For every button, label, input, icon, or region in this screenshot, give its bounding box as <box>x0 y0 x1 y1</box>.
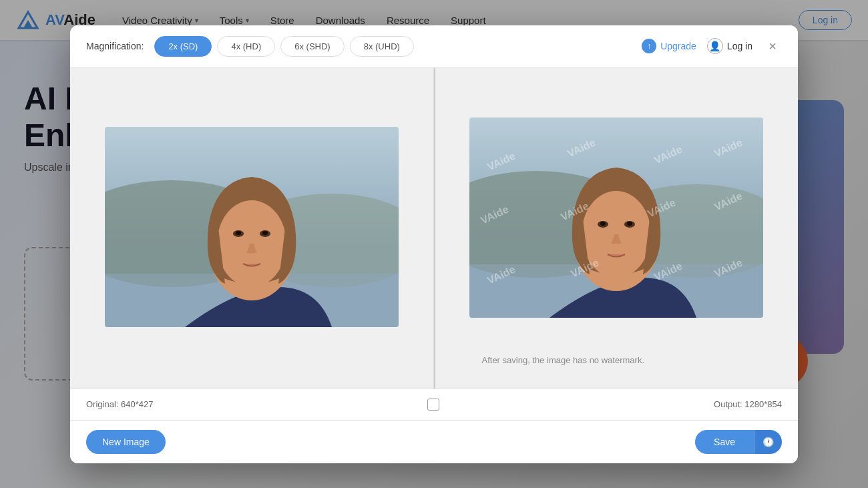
modal-body: VAide VAide VAide VAide VAide VAide VAid… <box>70 68 798 389</box>
modal-close-button[interactable]: × <box>763 37 782 55</box>
svg-point-10 <box>236 231 241 235</box>
new-image-button[interactable]: New Image <box>86 430 166 454</box>
modal-login-button[interactable]: 👤 Log in <box>707 38 752 54</box>
magnification-label: Magnification: <box>86 41 144 51</box>
modal-info-bar: Original: 640*427 Output: 1280*854 <box>70 389 798 420</box>
save-area: Save 🕐 <box>695 430 782 454</box>
output-image: VAide VAide VAide VAide VAide VAide VAid… <box>469 117 763 318</box>
svg-point-21 <box>627 222 632 226</box>
magnification-options: 2x (SD) 4x (HD) 6x (SHD) 8x (UHD) <box>154 36 413 57</box>
modal-header: Magnification: 2x (SD) 4x (HD) 6x (SHD) … <box>70 25 798 68</box>
upgrade-button[interactable]: ↑ Upgrade <box>642 39 696 53</box>
original-image <box>105 127 399 327</box>
mag-btn-2x[interactable]: 2x (SD) <box>154 36 212 57</box>
modal-actions: New Image Save 🕐 <box>70 420 798 463</box>
mag-btn-8x[interactable]: 8x (UHD) <box>350 36 414 57</box>
svg-point-11 <box>262 231 268 235</box>
output-panel: VAide VAide VAide VAide VAide VAide VAid… <box>435 68 799 389</box>
watermark-notice: After saving, the image has no watermark… <box>469 355 656 365</box>
mag-btn-6x[interactable]: 6x (SHD) <box>280 36 344 57</box>
save-dropdown-button[interactable]: 🕐 <box>754 430 782 454</box>
output-info: Output: 1280*854 <box>714 399 782 409</box>
compare-toggle-area <box>153 399 714 411</box>
output-image-container: VAide VAide VAide VAide VAide VAide VAid… <box>469 117 763 338</box>
upgrade-icon: ↑ <box>642 39 656 53</box>
user-icon: 👤 <box>707 38 723 54</box>
save-button[interactable]: Save <box>695 430 754 454</box>
svg-point-20 <box>600 222 606 226</box>
header-right: ↑ Upgrade 👤 Log in × <box>642 37 782 55</box>
mag-btn-4x[interactable]: 4x (HD) <box>217 36 275 57</box>
clock-icon: 🕐 <box>763 437 774 447</box>
image-enhancer-modal: Magnification: 2x (SD) 4x (HD) 6x (SHD) … <box>70 25 798 463</box>
original-info: Original: 640*427 <box>86 399 153 409</box>
panel-divider <box>434 68 435 389</box>
original-image-container <box>105 127 399 330</box>
original-panel <box>70 68 434 389</box>
compare-toggle-checkbox[interactable] <box>427 399 439 411</box>
